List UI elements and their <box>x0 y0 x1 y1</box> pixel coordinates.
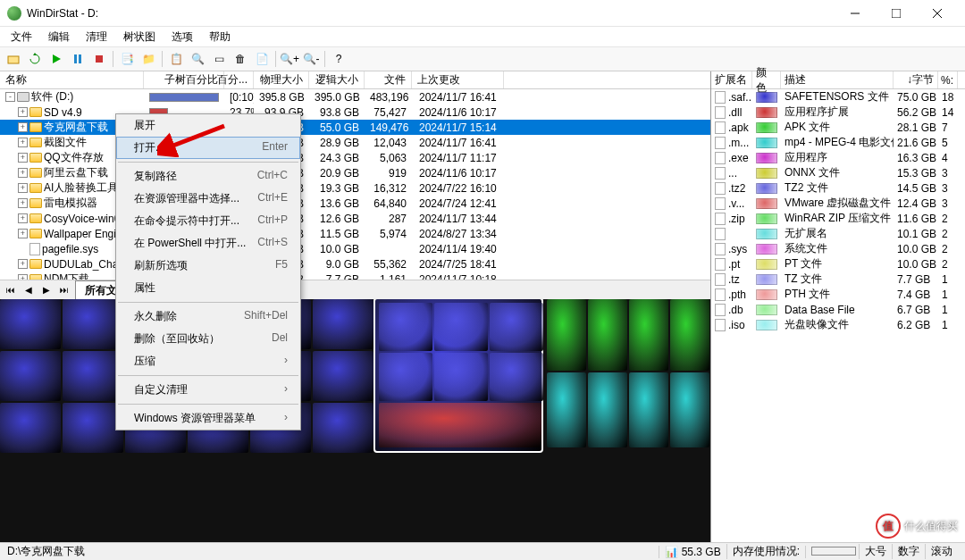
delete-icon[interactable]: 🗑 <box>231 49 250 69</box>
expander-icon[interactable]: - <box>5 92 15 102</box>
ext-row[interactable]: .dbData Base File6.7 GB1 <box>711 302 965 317</box>
ctx-item[interactable]: 在命令提示符中打开...Ctrl+P <box>116 210 300 232</box>
menu-cleanup[interactable]: 清理 <box>79 28 114 46</box>
nav-first-icon[interactable]: ⏮ <box>4 283 18 297</box>
menu-options[interactable]: 选项 <box>164 28 200 46</box>
ext-row[interactable]: 无扩展名10.1 GB2 <box>711 226 965 241</box>
tree-row[interactable]: +NDM下载B7.7 GB1,1612024/11/7 10:18 <box>0 272 710 280</box>
maximize-button[interactable] <box>876 0 917 27</box>
folder-icon[interactable]: 📁 <box>138 49 158 69</box>
tree-row[interactable]: +DUDULab_ChatTTB9.0 GB55,3622024/7/25 18… <box>0 256 710 272</box>
treemap[interactable] <box>0 299 710 542</box>
copy-icon[interactable]: 📋 <box>166 49 186 69</box>
menu-help[interactable]: 帮助 <box>202 28 238 46</box>
expander-icon[interactable]: + <box>18 138 28 147</box>
col-name[interactable]: 名称 <box>0 71 144 88</box>
nav-prev-icon[interactable]: ◀ <box>21 283 36 297</box>
ctx-item[interactable]: 压缩› <box>116 350 300 372</box>
nav-next-icon[interactable]: ▶ <box>39 283 54 297</box>
ext-row[interactable]: .tzTZ 文件7.7 GB1 <box>711 272 965 287</box>
col-mod[interactable]: 上次更改 <box>412 71 504 88</box>
tree-row[interactable]: -软件 (D:)[0:10]395.8 GB395.0 GB483,196202… <box>0 89 710 104</box>
ext-row[interactable]: .dll应用程序扩展56.2 GB14 <box>711 104 965 120</box>
expander-icon[interactable]: + <box>18 198 28 208</box>
refresh-icon[interactable] <box>25 49 45 69</box>
menu-treemap[interactable]: 树状图 <box>116 28 163 46</box>
explorer-icon[interactable]: 🔍 <box>188 49 207 69</box>
minimize-button[interactable] <box>835 0 876 27</box>
ext-row[interactable]: .v...VMware 虚拟磁盘文件12.4 GB3 <box>711 196 965 211</box>
expander-icon[interactable]: + <box>18 183 28 193</box>
menubar: 文件 编辑 清理 树状图 选项 帮助 <box>0 27 965 46</box>
col-ext[interactable]: 扩展名 <box>711 71 752 88</box>
ext-row[interactable]: ...ONNX 文件15.3 GB3 <box>711 165 965 180</box>
expander-icon[interactable]: + <box>18 259 28 269</box>
ctx-item[interactable]: 删除（至回收站）Del <box>116 328 300 350</box>
ext-row[interactable]: .iso光盘映像文件6.2 GB1 <box>711 317 965 332</box>
ctx-item[interactable]: 刷新所选项F5 <box>116 255 300 277</box>
col-bar[interactable]: 子树百分比 <box>144 71 224 88</box>
context-menu[interactable]: 展开打开...Enter复制路径Ctrl+C在资源管理器中选择...Ctrl+E… <box>115 113 301 430</box>
ext-row[interactable]: .zipWinRAR ZIP 压缩文件11.6 GB2 <box>711 211 965 226</box>
zoom-out-icon[interactable]: 🔍- <box>301 49 321 69</box>
ext-row[interactable]: .pthPTH 文件7.4 GB1 <box>711 287 965 302</box>
col-bytes[interactable]: ↓字节 <box>894 71 938 88</box>
menu-file[interactable]: 文件 <box>4 28 39 46</box>
ctx-item[interactable]: 复制路径Ctrl+C <box>116 165 300 188</box>
col-pct[interactable]: 百分... <box>224 71 254 88</box>
col-log[interactable]: 逻辑大小 <box>309 71 365 88</box>
ctx-item[interactable]: 属性 <box>116 277 300 299</box>
col-phys[interactable]: 物理大小 <box>254 71 309 88</box>
expander-icon[interactable]: + <box>18 213 28 223</box>
ctx-item[interactable]: 打开...Enter <box>116 137 300 159</box>
menu-edit[interactable]: 编辑 <box>41 28 77 46</box>
nav-last-icon[interactable]: ⏭ <box>57 283 71 297</box>
expander-icon[interactable]: + <box>18 107 28 117</box>
play-icon[interactable] <box>46 49 66 69</box>
ext-row[interactable]: .saf...SAFETENSORS 文件75.0 GB18 <box>711 89 965 104</box>
ctx-item[interactable]: 在资源管理器中选择...Ctrl+E <box>116 188 300 210</box>
tree-row[interactable]: +QQ文件存放B24.3 GB5,0632024/11/7 11:17 <box>0 150 710 165</box>
tree-row[interactable]: +Wallpaper EngineB11.5 GB5,9742024/8/27 … <box>0 226 710 241</box>
tree-row[interactable]: +阿里云盘下载B20.9 GB9192024/11/6 10:17 <box>0 165 710 180</box>
status-seg-1: 数字 <box>892 544 925 559</box>
tree-row[interactable]: +夸克网盘下载14.0%55.3 GB55.0 GB149,4762024/11… <box>0 120 710 135</box>
zoom-in-icon[interactable]: 🔍+ <box>280 49 299 69</box>
tree-body[interactable]: -软件 (D:)[0:10]395.8 GB395.0 GB483,196202… <box>0 89 710 280</box>
expander-icon[interactable]: + <box>18 168 28 178</box>
tree-row[interactable]: pagefile.sysB10.0 GB2024/11/4 19:40 <box>0 241 710 256</box>
new-tab-icon[interactable]: 📑 <box>117 49 137 69</box>
ctx-item[interactable]: 自定义清理› <box>116 379 300 401</box>
status-seg-2: 滚动 <box>925 544 958 559</box>
ctx-item[interactable]: 在 PowerShell 中打开...Ctrl+S <box>116 232 300 255</box>
close-button[interactable] <box>917 0 958 27</box>
tree-row[interactable]: +CosyVoice-win07B12.6 GB2872024/11/7 13:… <box>0 211 710 226</box>
ext-row[interactable]: .m...mp4 - MPEG-4 电影文件21.6 GB5 <box>711 135 965 150</box>
tree-row[interactable]: +SD v4.923.7%93.9 GB93.8 GB75,4272024/11… <box>0 104 710 120</box>
stop-icon[interactable] <box>89 49 109 69</box>
ctx-item[interactable]: 展开 <box>116 114 300 137</box>
col-color[interactable]: 颜色 <box>752 71 781 88</box>
ext-body[interactable]: .saf...SAFETENSORS 文件75.0 GB18.dll应用程序扩展… <box>711 89 965 542</box>
cmd-icon[interactable]: ▭ <box>209 49 229 69</box>
ext-row[interactable]: .exe应用程序16.3 GB4 <box>711 150 965 165</box>
expander-icon[interactable]: + <box>18 153 28 163</box>
ctx-item[interactable]: Windows 资源管理器菜单› <box>116 407 300 430</box>
col-files[interactable]: 文件 <box>365 71 412 88</box>
tree-row[interactable]: +AI人脸替换工具V6B19.3 GB16,3122024/7/22 16:10 <box>0 180 710 196</box>
tree-row[interactable]: +截图文件B28.9 GB12,0432024/11/7 16:41 <box>0 135 710 150</box>
col-desc[interactable]: 描述 <box>781 71 894 88</box>
ext-row[interactable]: .ptPT 文件10.0 GB2 <box>711 256 965 272</box>
pause-icon[interactable] <box>68 49 88 69</box>
expander-icon[interactable]: + <box>18 229 28 238</box>
properties-icon[interactable]: 📄 <box>252 49 272 69</box>
ext-row[interactable]: .apkAPK 文件28.1 GB7 <box>711 120 965 135</box>
ctx-item[interactable]: 永久删除Shift+Del <box>116 305 300 328</box>
help-icon[interactable]: ? <box>329 49 348 69</box>
ext-row[interactable]: .tz2TZ2 文件14.5 GB3 <box>711 180 965 196</box>
expander-icon[interactable]: + <box>18 122 28 132</box>
tree-row[interactable]: +雷电模拟器B13.6 GB64,8402024/7/24 12:41 <box>0 196 710 211</box>
col-pctd[interactable]: %: <box>938 71 958 88</box>
open-icon[interactable] <box>4 49 23 69</box>
ext-row[interactable]: .sys系统文件10.0 GB2 <box>711 241 965 256</box>
